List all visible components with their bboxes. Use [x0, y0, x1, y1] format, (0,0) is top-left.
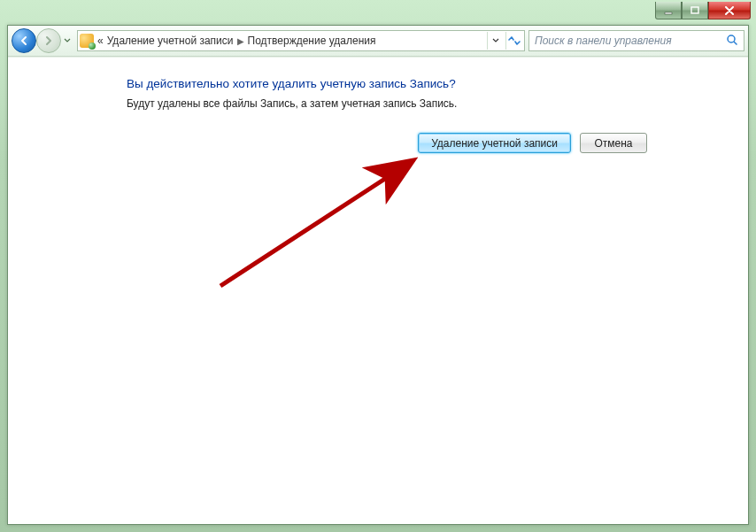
- confirmation-heading: Вы действительно хотите удалить учетную …: [127, 77, 727, 90]
- back-button[interactable]: [12, 28, 36, 53]
- maximize-button[interactable]: [682, 2, 708, 19]
- nav-arrows: [12, 28, 73, 53]
- refresh-button[interactable]: [505, 32, 522, 50]
- breadcrumb-dropdown[interactable]: [487, 32, 504, 50]
- nav-history-dropdown[interactable]: [61, 29, 73, 52]
- svg-line-3: [734, 42, 737, 45]
- search-input[interactable]: Поиск в панели управления: [528, 30, 744, 51]
- delete-account-button[interactable]: Удаление учетной записи: [418, 133, 571, 153]
- navigation-bar: « Удаление учетной записи ▶ Подтверждени…: [8, 26, 748, 57]
- content-area: Вы действительно хотите удалить учетную …: [8, 57, 748, 524]
- window: « Удаление учетной записи ▶ Подтверждени…: [7, 25, 749, 525]
- minimize-button[interactable]: [655, 2, 682, 19]
- svg-point-2: [728, 35, 735, 42]
- search-icon: [726, 34, 738, 49]
- breadcrumb-item-1[interactable]: Удаление учетной записи: [107, 35, 234, 47]
- button-row: Удаление учетной записи Отмена: [29, 133, 647, 153]
- forward-button[interactable]: [36, 28, 61, 53]
- address-bar[interactable]: « Удаление учетной записи ▶ Подтверждени…: [77, 30, 525, 51]
- annotation-arrow: [203, 153, 451, 295]
- cancel-button[interactable]: Отмена: [580, 133, 647, 153]
- close-button[interactable]: [708, 2, 751, 19]
- confirmation-subtext: Будут удалены все файлы Запись, а затем …: [127, 97, 727, 110]
- breadcrumb-prefix: «: [97, 35, 104, 47]
- breadcrumb-item-2[interactable]: Подтверждение удаления: [248, 35, 376, 47]
- svg-rect-1: [691, 7, 698, 13]
- titlebar: [2, 2, 754, 23]
- window-chrome: « Удаление учетной записи ▶ Подтверждени…: [0, 0, 756, 532]
- svg-line-4: [220, 162, 411, 286]
- chevron-right-icon: ▶: [237, 36, 244, 46]
- search-placeholder: Поиск в панели управления: [535, 35, 672, 47]
- control-panel-icon: [80, 34, 94, 48]
- svg-rect-0: [665, 12, 672, 14]
